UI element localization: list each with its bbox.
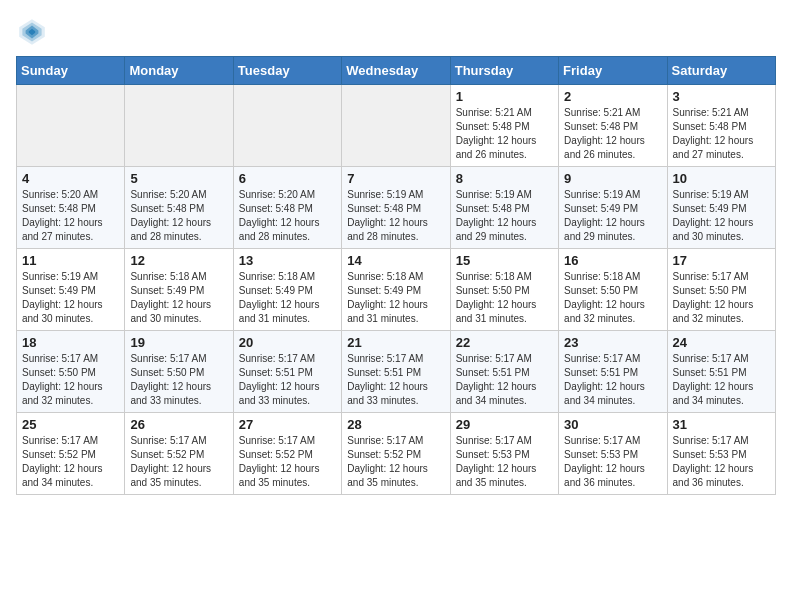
day-header-monday: Monday <box>125 57 233 85</box>
daylight-text: Daylight: 12 hours and 28 minutes. <box>347 216 444 244</box>
sunset-text: Sunset: 5:51 PM <box>347 366 444 380</box>
calendar-week-row: 4Sunrise: 5:20 AMSunset: 5:48 PMDaylight… <box>17 167 776 249</box>
cell-info: Sunrise: 5:17 AMSunset: 5:50 PMDaylight:… <box>22 352 119 408</box>
cell-info: Sunrise: 5:18 AMSunset: 5:49 PMDaylight:… <box>130 270 227 326</box>
day-number: 29 <box>456 417 553 432</box>
sunset-text: Sunset: 5:53 PM <box>564 448 661 462</box>
daylight-text: Daylight: 12 hours and 26 minutes. <box>564 134 661 162</box>
day-number: 26 <box>130 417 227 432</box>
calendar-cell: 4Sunrise: 5:20 AMSunset: 5:48 PMDaylight… <box>17 167 125 249</box>
logo <box>16 16 52 48</box>
daylight-text: Daylight: 12 hours and 31 minutes. <box>239 298 336 326</box>
sunrise-text: Sunrise: 5:17 AM <box>673 270 770 284</box>
page-header <box>16 16 776 48</box>
sunrise-text: Sunrise: 5:18 AM <box>130 270 227 284</box>
daylight-text: Daylight: 12 hours and 33 minutes. <box>347 380 444 408</box>
sunrise-text: Sunrise: 5:17 AM <box>564 434 661 448</box>
sunrise-text: Sunrise: 5:18 AM <box>564 270 661 284</box>
cell-info: Sunrise: 5:17 AMSunset: 5:52 PMDaylight:… <box>239 434 336 490</box>
sunrise-text: Sunrise: 5:17 AM <box>347 434 444 448</box>
calendar-cell: 9Sunrise: 5:19 AMSunset: 5:49 PMDaylight… <box>559 167 667 249</box>
sunset-text: Sunset: 5:48 PM <box>130 202 227 216</box>
day-header-wednesday: Wednesday <box>342 57 450 85</box>
day-number: 30 <box>564 417 661 432</box>
daylight-text: Daylight: 12 hours and 29 minutes. <box>564 216 661 244</box>
sunset-text: Sunset: 5:50 PM <box>456 284 553 298</box>
sunset-text: Sunset: 5:51 PM <box>673 366 770 380</box>
cell-info: Sunrise: 5:17 AMSunset: 5:51 PMDaylight:… <box>673 352 770 408</box>
sunset-text: Sunset: 5:50 PM <box>564 284 661 298</box>
day-number: 19 <box>130 335 227 350</box>
calendar-cell: 1Sunrise: 5:21 AMSunset: 5:48 PMDaylight… <box>450 85 558 167</box>
daylight-text: Daylight: 12 hours and 34 minutes. <box>564 380 661 408</box>
calendar-cell: 29Sunrise: 5:17 AMSunset: 5:53 PMDayligh… <box>450 413 558 495</box>
daylight-text: Daylight: 12 hours and 35 minutes. <box>239 462 336 490</box>
daylight-text: Daylight: 12 hours and 27 minutes. <box>673 134 770 162</box>
calendar-week-row: 25Sunrise: 5:17 AMSunset: 5:52 PMDayligh… <box>17 413 776 495</box>
day-number: 8 <box>456 171 553 186</box>
calendar-cell: 18Sunrise: 5:17 AMSunset: 5:50 PMDayligh… <box>17 331 125 413</box>
sunrise-text: Sunrise: 5:17 AM <box>456 352 553 366</box>
calendar-cell: 21Sunrise: 5:17 AMSunset: 5:51 PMDayligh… <box>342 331 450 413</box>
daylight-text: Daylight: 12 hours and 28 minutes. <box>239 216 336 244</box>
calendar-cell <box>233 85 341 167</box>
sunrise-text: Sunrise: 5:17 AM <box>239 434 336 448</box>
day-number: 17 <box>673 253 770 268</box>
day-number: 28 <box>347 417 444 432</box>
cell-info: Sunrise: 5:18 AMSunset: 5:50 PMDaylight:… <box>456 270 553 326</box>
daylight-text: Daylight: 12 hours and 34 minutes. <box>673 380 770 408</box>
sunset-text: Sunset: 5:49 PM <box>130 284 227 298</box>
calendar-cell: 6Sunrise: 5:20 AMSunset: 5:48 PMDaylight… <box>233 167 341 249</box>
calendar-cell <box>17 85 125 167</box>
sunset-text: Sunset: 5:49 PM <box>347 284 444 298</box>
calendar-cell: 13Sunrise: 5:18 AMSunset: 5:49 PMDayligh… <box>233 249 341 331</box>
sunset-text: Sunset: 5:51 PM <box>456 366 553 380</box>
cell-info: Sunrise: 5:17 AMSunset: 5:51 PMDaylight:… <box>347 352 444 408</box>
day-number: 18 <box>22 335 119 350</box>
sunrise-text: Sunrise: 5:20 AM <box>130 188 227 202</box>
sunset-text: Sunset: 5:48 PM <box>239 202 336 216</box>
cell-info: Sunrise: 5:17 AMSunset: 5:53 PMDaylight:… <box>673 434 770 490</box>
calendar-week-row: 11Sunrise: 5:19 AMSunset: 5:49 PMDayligh… <box>17 249 776 331</box>
day-number: 27 <box>239 417 336 432</box>
calendar-cell: 16Sunrise: 5:18 AMSunset: 5:50 PMDayligh… <box>559 249 667 331</box>
daylight-text: Daylight: 12 hours and 32 minutes. <box>22 380 119 408</box>
daylight-text: Daylight: 12 hours and 30 minutes. <box>673 216 770 244</box>
sunset-text: Sunset: 5:52 PM <box>22 448 119 462</box>
sunrise-text: Sunrise: 5:21 AM <box>564 106 661 120</box>
daylight-text: Daylight: 12 hours and 28 minutes. <box>130 216 227 244</box>
daylight-text: Daylight: 12 hours and 31 minutes. <box>456 298 553 326</box>
day-number: 24 <box>673 335 770 350</box>
calendar-cell: 26Sunrise: 5:17 AMSunset: 5:52 PMDayligh… <box>125 413 233 495</box>
calendar-cell: 7Sunrise: 5:19 AMSunset: 5:48 PMDaylight… <box>342 167 450 249</box>
daylight-text: Daylight: 12 hours and 30 minutes. <box>22 298 119 326</box>
day-number: 25 <box>22 417 119 432</box>
sunset-text: Sunset: 5:49 PM <box>239 284 336 298</box>
day-number: 6 <box>239 171 336 186</box>
day-number: 7 <box>347 171 444 186</box>
calendar-cell: 17Sunrise: 5:17 AMSunset: 5:50 PMDayligh… <box>667 249 775 331</box>
sunrise-text: Sunrise: 5:19 AM <box>564 188 661 202</box>
day-number: 14 <box>347 253 444 268</box>
calendar-cell: 10Sunrise: 5:19 AMSunset: 5:49 PMDayligh… <box>667 167 775 249</box>
daylight-text: Daylight: 12 hours and 34 minutes. <box>456 380 553 408</box>
day-header-tuesday: Tuesday <box>233 57 341 85</box>
calendar-cell: 30Sunrise: 5:17 AMSunset: 5:53 PMDayligh… <box>559 413 667 495</box>
daylight-text: Daylight: 12 hours and 35 minutes. <box>130 462 227 490</box>
cell-info: Sunrise: 5:20 AMSunset: 5:48 PMDaylight:… <box>22 188 119 244</box>
daylight-text: Daylight: 12 hours and 35 minutes. <box>347 462 444 490</box>
day-number: 22 <box>456 335 553 350</box>
cell-info: Sunrise: 5:17 AMSunset: 5:53 PMDaylight:… <box>456 434 553 490</box>
day-number: 11 <box>22 253 119 268</box>
logo-icon <box>16 16 48 48</box>
calendar-cell: 14Sunrise: 5:18 AMSunset: 5:49 PMDayligh… <box>342 249 450 331</box>
cell-info: Sunrise: 5:18 AMSunset: 5:49 PMDaylight:… <box>347 270 444 326</box>
cell-info: Sunrise: 5:18 AMSunset: 5:50 PMDaylight:… <box>564 270 661 326</box>
daylight-text: Daylight: 12 hours and 26 minutes. <box>456 134 553 162</box>
sunrise-text: Sunrise: 5:17 AM <box>22 434 119 448</box>
sunset-text: Sunset: 5:52 PM <box>130 448 227 462</box>
cell-info: Sunrise: 5:19 AMSunset: 5:48 PMDaylight:… <box>347 188 444 244</box>
cell-info: Sunrise: 5:20 AMSunset: 5:48 PMDaylight:… <box>130 188 227 244</box>
sunrise-text: Sunrise: 5:18 AM <box>456 270 553 284</box>
calendar-cell: 22Sunrise: 5:17 AMSunset: 5:51 PMDayligh… <box>450 331 558 413</box>
